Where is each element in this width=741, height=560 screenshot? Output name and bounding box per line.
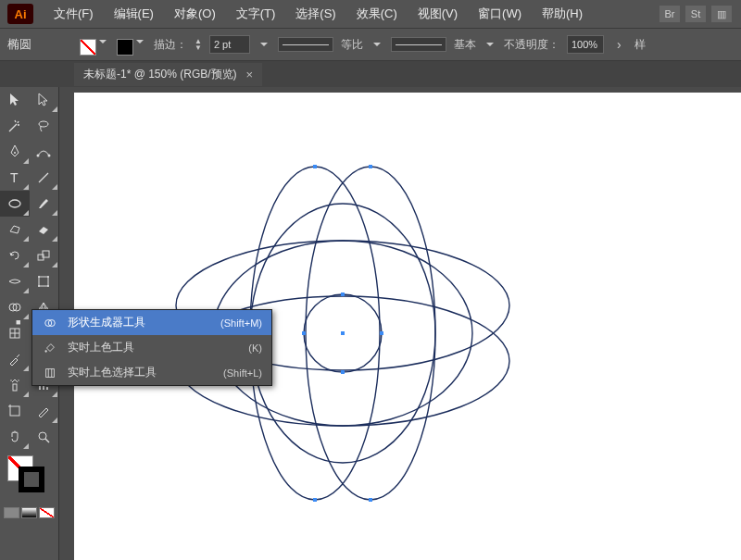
- live-paint-bucket-icon: [42, 342, 58, 355]
- flyout-item-live-paint-select[interactable]: 实时上色选择工具 (Shift+L): [32, 360, 271, 385]
- scale-tool[interactable]: [30, 243, 59, 268]
- zoom-tool[interactable]: [30, 424, 59, 450]
- svg-rect-48: [369, 498, 372, 502]
- eraser-tool[interactable]: [30, 217, 59, 243]
- artboard-tool[interactable]: [0, 398, 30, 424]
- menu-edit[interactable]: 编辑(E): [105, 2, 163, 26]
- flyout-item-label: 实时上色选择工具: [68, 365, 214, 380]
- menu-select[interactable]: 选择(S): [286, 2, 345, 26]
- svg-line-5: [39, 173, 48, 182]
- flyout-item-label: 形状生成器工具: [68, 315, 211, 330]
- svg-rect-28: [10, 406, 19, 416]
- flyout-item-shortcut: (Shift+L): [223, 367, 262, 379]
- menu-file[interactable]: 文件(F): [44, 2, 103, 26]
- opacity-input[interactable]: [567, 35, 604, 54]
- tool-flyout-menu: ■ 形状生成器工具 (Shift+M) 实时上色工具 (K) 实时上色选择工具 …: [31, 309, 272, 386]
- selection-tool[interactable]: [0, 87, 30, 113]
- width-profile[interactable]: [278, 37, 333, 52]
- line-segment-tool[interactable]: [30, 165, 59, 191]
- color-mode-solid[interactable]: [4, 507, 19, 518]
- free-transform-tool[interactable]: [30, 268, 59, 294]
- svg-point-6: [9, 200, 20, 207]
- menu-help[interactable]: 帮助(H): [533, 2, 592, 26]
- lasso-tool[interactable]: [30, 113, 59, 139]
- svg-point-3: [48, 155, 51, 157]
- fill-swatch[interactable]: [80, 33, 109, 56]
- arrange-icon[interactable]: ▥: [711, 6, 732, 22]
- stroke-swatch[interactable]: [117, 33, 146, 56]
- live-paint-selection-icon: [42, 367, 58, 380]
- direct-selection-tool[interactable]: [30, 87, 59, 113]
- svg-point-12: [38, 285, 40, 287]
- app-logo-icon: Ai: [7, 4, 33, 24]
- svg-point-24: [18, 380, 19, 380]
- svg-point-2: [37, 155, 40, 157]
- svg-rect-42: [302, 331, 306, 335]
- close-icon[interactable]: ×: [246, 68, 254, 81]
- stroke-weight-input[interactable]: [209, 35, 250, 54]
- type-tool[interactable]: T: [0, 165, 30, 191]
- svg-rect-44: [341, 331, 345, 335]
- stroke-dropdown-icon[interactable]: [257, 36, 270, 53]
- stroke-color-icon[interactable]: [19, 467, 44, 492]
- shape-name-label: 椭圆: [7, 36, 37, 53]
- magic-wand-tool[interactable]: [0, 113, 30, 139]
- svg-point-13: [47, 285, 49, 287]
- shaper-tool[interactable]: [0, 217, 30, 243]
- shape-builder-icon: [42, 317, 58, 330]
- flyout-item-label: 实时上色工具: [68, 340, 239, 355]
- ellipse-tool[interactable]: [0, 191, 30, 217]
- menu-window[interactable]: 窗口(W): [469, 2, 531, 26]
- stock-icon[interactable]: St: [685, 6, 706, 22]
- eyedropper-tool[interactable]: [0, 346, 30, 372]
- options-more-icon[interactable]: ›: [611, 37, 627, 52]
- menu-effect[interactable]: 效果(C): [347, 2, 407, 26]
- width-tool[interactable]: [0, 268, 30, 294]
- svg-rect-9: [39, 277, 48, 286]
- color-mode-row: [0, 505, 58, 520]
- flyout-item-shortcut: (Shift+M): [220, 317, 262, 329]
- opacity-label: 不透明度：: [504, 37, 559, 53]
- stroke-stepper[interactable]: ▲▼: [195, 38, 202, 51]
- slice-tool[interactable]: [30, 398, 59, 424]
- brush-profile[interactable]: [391, 37, 446, 52]
- svg-rect-45: [313, 165, 317, 168]
- color-mode-none[interactable]: [39, 507, 55, 518]
- document-tab-bar: 未标题-1* @ 150% (RGB/预览) ×: [0, 61, 741, 87]
- svg-point-31: [39, 432, 46, 440]
- svg-point-10: [38, 276, 40, 278]
- svg-text:T: T: [10, 170, 19, 185]
- pen-tool[interactable]: [0, 139, 30, 165]
- profile1-dropdown-icon[interactable]: [370, 36, 383, 53]
- flyout-item-shortcut: (K): [248, 342, 262, 354]
- document-tab[interactable]: 未标题-1* @ 150% (RGB/预览) ×: [74, 63, 262, 86]
- bridge-icon[interactable]: Br: [659, 6, 680, 22]
- color-picker[interactable]: [0, 450, 58, 505]
- paintbrush-tool[interactable]: [30, 191, 59, 217]
- color-mode-gradient[interactable]: [21, 507, 37, 518]
- hand-tool[interactable]: [0, 424, 30, 450]
- shape-builder-tool[interactable]: [0, 294, 30, 320]
- menubar-right: Br St ▥: [659, 6, 741, 22]
- svg-rect-47: [313, 498, 317, 502]
- profile2-dropdown-icon[interactable]: [484, 36, 496, 53]
- flyout-item-shape-builder[interactable]: 形状生成器工具 (Shift+M): [32, 310, 271, 335]
- profile1-label: 等比: [341, 37, 363, 53]
- mesh-tool[interactable]: [0, 320, 30, 346]
- menu-view[interactable]: 视图(V): [408, 2, 467, 26]
- document-tab-title: 未标题-1* @ 150% (RGB/预览): [83, 67, 237, 82]
- menu-object[interactable]: 对象(O): [165, 2, 225, 26]
- rotate-tool[interactable]: [0, 243, 30, 268]
- profile2-label: 基本: [454, 37, 476, 53]
- flyout-item-live-paint[interactable]: 实时上色工具 (K): [32, 335, 271, 360]
- symbol-sprayer-tool[interactable]: [0, 372, 30, 398]
- svg-point-1: [14, 152, 16, 154]
- menubar: Ai 文件(F) 编辑(E) 对象(O) 文字(T) 选择(S) 效果(C) 视…: [0, 0, 741, 28]
- flyout-indicator-icon: ■: [16, 317, 20, 327]
- svg-rect-40: [341, 292, 345, 296]
- svg-rect-46: [369, 165, 372, 168]
- svg-line-32: [45, 439, 49, 442]
- curvature-tool[interactable]: [30, 139, 59, 165]
- svg-point-34: [306, 167, 435, 500]
- menu-type[interactable]: 文字(T): [227, 2, 285, 26]
